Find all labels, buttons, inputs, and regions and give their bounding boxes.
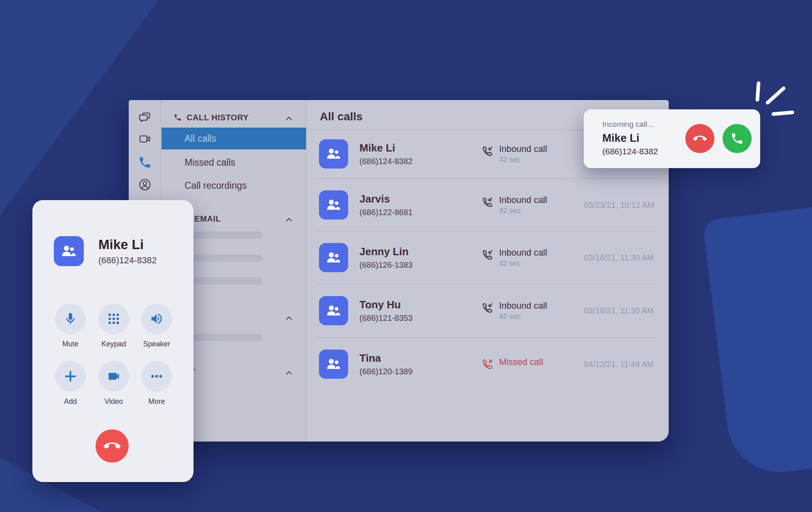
plus-icon <box>64 369 77 383</box>
inbound-call-icon <box>480 301 494 315</box>
screenshot-canvas: CALL HISTORY All calls Missed calls Call… <box>0 0 812 512</box>
contact-number: (686)126-1383 <box>359 260 412 270</box>
sidebar-item-label: Missed calls <box>185 157 235 168</box>
people-icon <box>325 355 342 373</box>
contact-name: Jarvis <box>359 193 412 205</box>
button-label: Video <box>89 397 138 406</box>
end-call-button[interactable] <box>96 429 129 463</box>
sparkle-doodle-stroke <box>765 86 786 105</box>
call-timestamp: 03/16/21, 11:30 AM <box>584 253 654 262</box>
people-icon <box>325 196 342 214</box>
call-timestamp: 03/23/21, 10:12 AM <box>584 200 654 209</box>
accept-call-button[interactable] <box>723 124 752 153</box>
contact-avatar <box>54 236 84 266</box>
people-icon <box>60 242 78 260</box>
decline-call-button[interactable] <box>685 124 714 153</box>
call-row[interactable]: Jenny Lin (686)126-1383 Inbound call 42 … <box>317 231 656 284</box>
call-status: Inbound call <box>499 144 547 154</box>
call-timestamp: 03/16/21, 11:30 AM <box>584 306 654 316</box>
phone-icon <box>174 113 182 122</box>
active-call-card: Mike Li (686)124-8382 Mute Keypad Speake… <box>32 200 193 482</box>
microphone-icon <box>64 312 77 326</box>
button-label: More <box>132 397 181 406</box>
sparkle-doodle-stroke <box>755 81 760 102</box>
call-timestamp: 04/12/21, 11:49 AM <box>584 360 654 369</box>
contact-avatar <box>319 296 348 325</box>
chevron-up-icon[interactable] <box>286 113 292 122</box>
sidebar-item-label: All calls <box>185 133 216 144</box>
call-row[interactable]: Tina (686)120-1389 Missed call 04/12/21,… <box>317 337 656 390</box>
caller-number: (686)124-8382 <box>602 147 658 156</box>
button-label: Add <box>46 397 95 406</box>
add-call-button[interactable]: Add <box>46 361 95 406</box>
missed-call-icon <box>480 358 494 371</box>
active-call-name: Mike Li <box>98 237 157 252</box>
active-call-number: (686)124-8382 <box>98 255 157 266</box>
speaker-button[interactable]: Speaker <box>132 303 181 348</box>
phone-icon[interactable] <box>138 156 152 169</box>
voicemail-placeholder-bar <box>185 277 263 285</box>
chat-icon[interactable] <box>138 111 152 125</box>
fax-placeholder-bar <box>185 334 263 341</box>
background-rounded-shape <box>702 190 812 478</box>
video-icon[interactable] <box>138 132 152 146</box>
call-end-icon <box>104 437 121 454</box>
call-duration: 42 sec <box>499 207 547 215</box>
contact-name: Tony Hu <box>359 299 412 311</box>
people-icon <box>325 249 342 267</box>
contact-avatar <box>319 190 348 220</box>
inbound-call-icon <box>480 248 494 262</box>
speaker-icon <box>150 312 164 326</box>
chevron-up-icon[interactable] <box>286 313 292 322</box>
call-row[interactable]: Tony Hu (686)121-8353 Inbound call 42 se… <box>317 284 656 337</box>
people-icon <box>325 145 342 163</box>
contact-number: (686)122-8681 <box>359 208 412 217</box>
call-row[interactable]: Jarvis (686)122-8681 Inbound call 42 sec… <box>317 178 656 231</box>
voicemail-placeholder-bar <box>185 231 263 239</box>
contact-number: (686)124-8382 <box>359 157 412 166</box>
caller-name: Mike Li <box>602 132 658 145</box>
keypad-button[interactable]: Keypad <box>89 303 138 348</box>
incoming-call-label: Incoming call... <box>602 120 658 129</box>
page-title: All calls <box>320 110 363 123</box>
call-status: Inbound call <box>499 247 547 258</box>
sidebar-section-call-history[interactable]: CALL HISTORY <box>162 109 306 126</box>
call-duration: 42 sec <box>499 156 547 164</box>
sidebar-item-missed-calls[interactable]: Missed calls <box>162 151 306 174</box>
contacts-icon[interactable] <box>138 178 152 192</box>
contact-avatar <box>319 350 348 379</box>
section-label: CALL HISTORY <box>187 113 249 122</box>
contact-avatar <box>319 139 348 169</box>
chevron-up-icon[interactable] <box>286 367 292 377</box>
call-status: Inbound call <box>499 195 547 205</box>
keypad-icon <box>107 312 121 326</box>
call-status: Inbound call <box>499 301 547 311</box>
mute-button[interactable]: Mute <box>46 303 95 348</box>
contact-name: Jenny Lin <box>359 245 412 258</box>
sidebar-item-label: Call recordings <box>185 180 247 191</box>
people-icon <box>325 302 342 320</box>
sidebar-item-call-recordings[interactable]: Call recordings <box>162 174 306 197</box>
sidebar-item-all-calls[interactable]: All calls <box>162 128 306 149</box>
button-label: Keypad <box>89 340 138 348</box>
video-camera-icon <box>107 369 121 383</box>
button-label: Mute <box>46 340 95 348</box>
button-label: Speaker <box>132 340 181 348</box>
contact-number: (686)121-8353 <box>359 314 412 323</box>
call-duration: 42 sec <box>499 259 547 268</box>
contact-name: Tina <box>359 352 412 365</box>
chevron-up-icon[interactable] <box>286 214 292 224</box>
contact-number: (686)120-1389 <box>359 367 412 376</box>
contact-avatar <box>319 243 348 272</box>
phone-icon <box>730 132 744 145</box>
sparkle-doodle-stroke <box>772 111 795 116</box>
inbound-call-icon <box>480 196 494 209</box>
contact-name: Mike Li <box>359 142 412 154</box>
call-status: Missed call <box>499 357 543 367</box>
more-options-button[interactable]: More <box>132 361 181 406</box>
video-call-button[interactable]: Video <box>89 361 138 406</box>
ellipsis-icon <box>150 369 164 383</box>
call-duration: 42 sec <box>499 312 547 321</box>
incoming-call-notification: Incoming call... Mike Li (686)124-8382 <box>584 109 760 168</box>
call-end-icon <box>693 132 707 145</box>
